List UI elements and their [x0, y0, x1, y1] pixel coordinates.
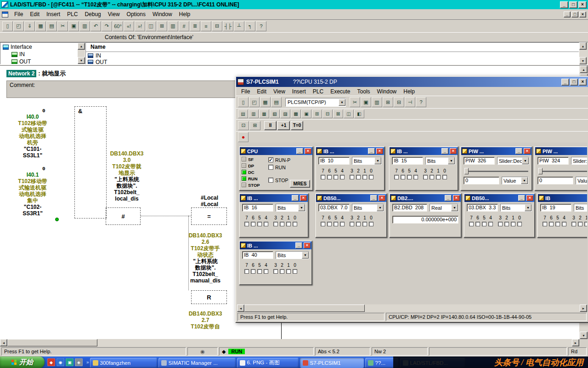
print-icon[interactable]: ▤: [271, 97, 282, 107]
task-paint[interactable]: 6. PNG - 画图: [237, 358, 299, 368]
task-plcsim[interactable]: S7-PLCSIM1: [300, 358, 364, 368]
prev-error-icon[interactable]: «!: [124, 21, 134, 31]
value-input[interactable]: 0.000000e+000: [392, 216, 458, 224]
minimize-button[interactable]: _: [560, 1, 568, 8]
dropdown-arrow-icon[interactable]: ▼: [339, 99, 345, 106]
var-window-db503-dbx7-0[interactable]: DB50... _ × 03.DBX 7.0 Bits ▼ 76543210: [315, 193, 387, 238]
menu-debug[interactable]: Debug: [81, 10, 104, 18]
task-300fangzhen[interactable]: 300fangzhen: [90, 358, 157, 368]
detach-icon[interactable]: ⊣: [405, 97, 415, 107]
cpu-window-titlebar[interactable]: CPU _ ×: [240, 147, 312, 155]
bit-checkbox[interactable]: [442, 175, 447, 179]
plcsim-titlebar[interactable]: S7-PLCSIM1 ??\CPU 315-2 DP _ □ ×: [236, 77, 588, 87]
bit-checkbox[interactable]: [293, 269, 297, 274]
cut-icon[interactable]: ✂: [350, 97, 360, 107]
format-select[interactable]: Bits ▼: [276, 204, 305, 212]
bit-checkbox[interactable]: [356, 175, 361, 179]
scroll-right-icon[interactable]: ►: [572, 339, 579, 346]
insert-var1-icon[interactable]: ◫: [344, 109, 354, 118]
close-button[interactable]: ×: [300, 195, 307, 201]
address-input[interactable]: B2.DBD 208: [392, 204, 427, 212]
bit-checkbox[interactable]: [280, 269, 284, 274]
address-input[interactable]: IB 10: [318, 157, 350, 165]
decl-row-in[interactable]: IN: [86, 52, 579, 58]
branch-icon[interactable]: ┑: [245, 21, 255, 31]
menu-edit[interactable]: Edit: [254, 87, 270, 96]
dropdown-arrow-icon[interactable]: ▼: [298, 204, 305, 211]
checkbox-box[interactable]: ✓: [268, 165, 273, 170]
run-checkbox[interactable]: ✓ RUN: [268, 164, 311, 170]
lad-assign-db140-2-6[interactable]: DB140.DBX32.6T102皮带手动状态"上料系统数据块".T102bel…: [183, 232, 228, 284]
bit-checkbox[interactable]: [549, 222, 554, 226]
cpu-window[interactable]: CPU _ × SF DP: [239, 146, 313, 191]
scroll-right-icon[interactable]: ►: [580, 305, 587, 312]
minimize-button[interactable]: _: [445, 195, 452, 201]
copy-icon[interactable]: ▣: [361, 97, 371, 107]
dropdown-arrow-icon[interactable]: ▼: [451, 204, 458, 211]
pause-button[interactable]: II: [264, 121, 277, 130]
var-window-titlebar[interactable]: DB50... _ ×: [316, 194, 386, 202]
menu-plc[interactable]: PLC: [64, 10, 81, 18]
bit-checkbox[interactable]: [498, 222, 503, 226]
minimize-button[interactable]: _: [292, 195, 299, 201]
address-input[interactable]: 03.DBX 7.0: [318, 204, 350, 212]
close-button[interactable]: ×: [524, 148, 531, 154]
menu-tools[interactable]: Tools: [354, 87, 373, 96]
bit-checkbox[interactable]: [488, 222, 493, 226]
interface-combo[interactable]: PLCSIM(TCP/IP) ▼: [285, 98, 346, 107]
copy-icon[interactable]: ▣: [68, 21, 79, 31]
value-slider[interactable]: [537, 168, 587, 174]
cut-icon[interactable]: ✂: [57, 21, 68, 31]
var-window-ib16[interactable]: IB ... _ × IB 16 Bits ▼ 76543210: [239, 193, 309, 238]
minimize-button[interactable]: _: [370, 195, 377, 201]
dropdown-arrow-icon[interactable]: ▼: [377, 204, 384, 211]
var-window-titlebar[interactable]: DB50... _ ×: [464, 194, 534, 202]
lad-assign-db140-2-7[interactable]: DB140.DBX32.7T102皮带自: [183, 310, 228, 330]
menu-window[interactable]: Window: [149, 10, 175, 18]
bit-checkbox[interactable]: [430, 175, 434, 179]
dropdown-arrow-icon[interactable]: ▼: [525, 204, 531, 211]
address-input[interactable]: IB 19: [540, 204, 571, 212]
format-select[interactable]: Bits ▼: [352, 157, 382, 165]
address-input[interactable]: 03.DBX 3.3: [467, 204, 498, 212]
menu-execute[interactable]: Execute: [327, 87, 353, 96]
bit-checkbox[interactable]: [251, 222, 255, 226]
quick-launch-icon-1[interactable]: ◆: [47, 358, 55, 366]
mdi-minimize-button[interactable]: _: [564, 12, 571, 17]
bit-checkbox[interactable]: [362, 222, 367, 226]
dropdown-arrow-icon[interactable]: ▼: [302, 252, 309, 259]
contact-icon[interactable]: ┤├: [223, 21, 233, 31]
insert-output-icon[interactable]: ▥: [249, 109, 259, 118]
var-window-titlebar[interactable]: PIW ... _ ×: [535, 147, 587, 155]
dropdown-arrow-icon[interactable]: ▼: [448, 157, 455, 164]
bit-checkbox[interactable]: [511, 222, 515, 226]
bit-checkbox[interactable]: [517, 222, 522, 226]
var-window-ib15[interactable]: IB ... _ × IB 15 Bits ▼ 76543210: [389, 146, 458, 191]
address-input[interactable]: IB 16: [242, 204, 273, 212]
bit-checkbox[interactable]: [469, 222, 474, 226]
close-button[interactable]: ×: [305, 148, 311, 154]
address-input[interactable]: PIW 326: [464, 157, 495, 165]
save-icon[interactable]: ▦: [260, 97, 271, 107]
network-new-icon[interactable]: ⊟: [212, 21, 222, 31]
reset-timers-button[interactable]: T=0: [291, 121, 303, 130]
tree-item-out[interactable]: OUT: [0, 58, 85, 64]
var-window-titlebar[interactable]: IB ... _ ×: [240, 242, 311, 249]
format-select[interactable]: Slider:De ▼: [571, 157, 587, 165]
bit-checkbox[interactable]: [394, 175, 399, 179]
address-input[interactable]: IB 40: [242, 251, 273, 259]
bit-checkbox[interactable]: [273, 269, 278, 274]
bit-checkbox[interactable]: [475, 222, 480, 226]
bit-checkbox[interactable]: [251, 269, 255, 274]
format-select[interactable]: Bits ▼: [574, 204, 587, 212]
single-scan-button[interactable]: +1: [277, 121, 290, 130]
minimize-button[interactable]: _: [561, 79, 569, 86]
scroll-thumb[interactable]: [7, 339, 97, 346]
scroll-up-icon[interactable]: ▲: [580, 66, 588, 73]
close-button[interactable]: ×: [526, 195, 533, 201]
minimize-button[interactable]: _: [368, 148, 375, 154]
plcsim-window[interactable]: S7-PLCSIM1 ??\CPU 315-2 DP _ □ × FileEdi…: [235, 76, 588, 323]
close-button[interactable]: ×: [376, 148, 383, 154]
insert-stacks-icon[interactable]: ⊠: [333, 109, 343, 118]
checkbox-box[interactable]: ✓: [268, 178, 273, 183]
